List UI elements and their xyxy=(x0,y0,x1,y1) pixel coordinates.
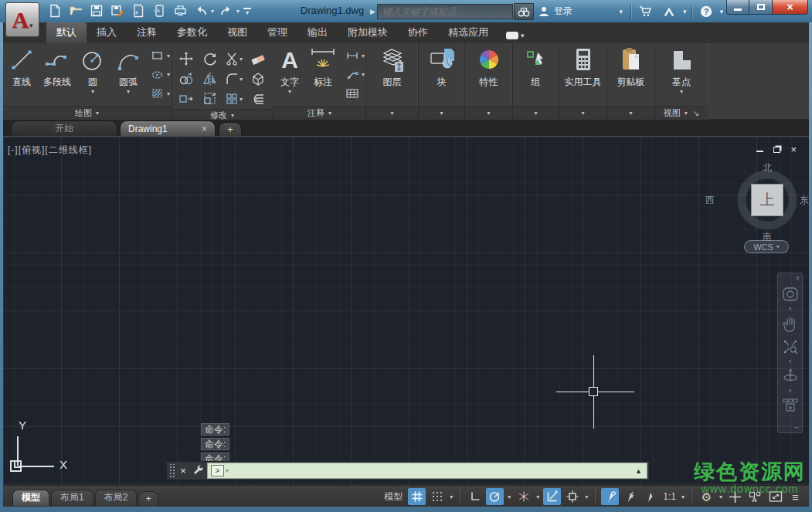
viewcube[interactable]: 上 北 南 西 东 xyxy=(730,163,804,237)
annotation-scale-value[interactable]: 1:1 xyxy=(663,491,676,502)
app-store-button[interactable] xyxy=(636,5,655,18)
panel-title-block[interactable]: ▾ xyxy=(419,106,464,120)
close-button[interactable]: × xyxy=(773,0,808,15)
orbit-button[interactable] xyxy=(782,365,799,388)
viewcube-north-label[interactable]: 北 xyxy=(730,161,804,175)
copy-button[interactable] xyxy=(175,69,199,89)
workspace-switching-button[interactable]: ⚙ xyxy=(698,488,715,505)
move-button[interactable] xyxy=(175,49,199,69)
ribbon-tab-insert[interactable]: 插入 xyxy=(87,22,127,43)
snap-caret-icon[interactable]: ▾ xyxy=(448,493,454,500)
polar-tracking-toggle[interactable] xyxy=(486,488,504,505)
arc-button[interactable]: 圆弧 ▾ xyxy=(110,46,146,106)
navbar-collapse-icon[interactable]: − xyxy=(794,423,799,432)
panel-title-clipboard[interactable]: ▾ xyxy=(607,106,654,120)
layout-tab-layout2[interactable]: 布局2 xyxy=(95,490,138,506)
scale-caret-icon[interactable]: ▾ xyxy=(680,493,686,500)
polyline-button[interactable]: 多段线 xyxy=(39,46,75,106)
ribbon-tab-collaborate[interactable]: 协作 xyxy=(398,22,438,43)
undo-caret-icon[interactable]: ▾ xyxy=(211,8,214,15)
drawing-canvas[interactable]: [-][俯视][二维线框] × 上 北 南 西 东 WCS ▾ × ▾ ▾ ▾ xyxy=(3,137,809,485)
leader-button[interactable]: ▾ xyxy=(345,67,365,83)
line-button[interactable]: 直线 xyxy=(4,46,39,106)
ribbon-tab-manage[interactable]: 管理 xyxy=(257,22,297,43)
showmotion-button[interactable] xyxy=(782,394,799,417)
layout-tab-layout1[interactable]: 布局1 xyxy=(51,490,93,506)
save-button[interactable] xyxy=(88,2,105,19)
help-caret-icon[interactable]: ▾ xyxy=(720,8,724,15)
zoom-caret-icon[interactable]: ▾ xyxy=(789,358,792,365)
plot-button[interactable] xyxy=(130,2,147,19)
pan-button[interactable] xyxy=(783,312,798,335)
ribbon-tab-featured-apps[interactable]: 精选应用 xyxy=(438,22,498,43)
viewcube-east-label[interactable]: 东 xyxy=(800,194,809,207)
file-tab-start[interactable]: 开始 xyxy=(11,120,117,136)
drawing-restore-icon[interactable] xyxy=(773,147,780,153)
file-tab-drawing1[interactable]: Drawing1 × xyxy=(120,120,216,136)
mirror-button[interactable] xyxy=(199,69,223,89)
panel-title-utilities[interactable]: ▾ xyxy=(559,106,606,120)
open-file-button[interactable] xyxy=(67,2,84,19)
qat-customize-button[interactable]: ▾ xyxy=(243,8,251,15)
clean-screen-button[interactable] xyxy=(766,488,784,505)
dimension-button[interactable]: 标注 xyxy=(305,46,341,106)
file-tab-close-icon[interactable]: × xyxy=(202,124,207,134)
ribbon-tab-view[interactable]: 视图 xyxy=(217,22,257,43)
array-button[interactable]: ▾ xyxy=(223,89,246,109)
clipboard-button[interactable]: 剪贴板 xyxy=(609,46,654,106)
maximize-button[interactable] xyxy=(749,0,773,15)
explode-button[interactable] xyxy=(246,69,270,89)
linear-dimension-button[interactable]: ▾ xyxy=(345,48,365,63)
utilities-button[interactable]: 实用工具 xyxy=(561,46,606,106)
viewcube-top-face[interactable]: 上 xyxy=(751,184,783,216)
print-button[interactable] xyxy=(172,2,189,19)
undo-button[interactable] xyxy=(192,2,209,19)
stretch-button[interactable] xyxy=(175,89,199,109)
ribbon-tab-parametric[interactable]: 参数化 xyxy=(167,22,217,43)
group-button[interactable]: 组 xyxy=(515,46,557,106)
ortho-toggle[interactable] xyxy=(466,488,484,505)
isodraft-caret-icon[interactable]: ▾ xyxy=(535,493,541,500)
workspace-caret-icon[interactable]: ▾ xyxy=(718,493,724,500)
exchange-caret-icon[interactable]: ▾ xyxy=(683,8,687,15)
layout-tab-model[interactable]: 模型 xyxy=(12,490,49,506)
basepoint-button[interactable]: 基点 ▾ xyxy=(658,46,705,106)
panel-view-launcher-icon[interactable]: ↘ xyxy=(693,109,699,117)
new-drawing-tab-button[interactable]: + xyxy=(219,122,242,136)
erase-button[interactable] xyxy=(246,49,270,69)
isodraft-toggle[interactable] xyxy=(515,488,532,505)
drawing-minimize-icon[interactable] xyxy=(756,151,763,152)
redo-button[interactable] xyxy=(218,2,235,19)
text-button[interactable]: A 文字 ▾ xyxy=(274,46,305,106)
panel-title-annotate[interactable]: 注释 ▾ xyxy=(273,106,365,120)
trim-button[interactable]: ▾ xyxy=(223,49,246,69)
publish-button[interactable] xyxy=(151,2,168,19)
annotation-autoscale-toggle[interactable] xyxy=(621,488,639,505)
annotation-monitor-button[interactable] xyxy=(726,488,744,505)
model-space-label[interactable]: 模型 xyxy=(384,490,403,504)
command-settings-button[interactable] xyxy=(190,462,206,480)
layers-button[interactable]: 图层 xyxy=(369,46,416,106)
drawing-close-icon[interactable]: × xyxy=(790,144,797,154)
ribbon-tab-annotate[interactable]: 注释 xyxy=(127,22,167,43)
rotate-button[interactable] xyxy=(199,49,223,69)
object-snap-toggle[interactable] xyxy=(563,488,581,505)
search-button[interactable] xyxy=(514,3,534,20)
annotation-visibility-toggle[interactable] xyxy=(601,488,619,505)
object-snap-caret-icon[interactable]: ▾ xyxy=(583,493,589,500)
panel-title-draw[interactable]: 绘图 ▾ xyxy=(3,106,171,120)
ribbon-tab-addins[interactable]: 附加模块 xyxy=(338,22,398,43)
viewport-controls-label[interactable]: [-][俯视][二维线框] xyxy=(8,144,92,157)
wheel-caret-icon[interactable]: ▾ xyxy=(789,306,792,312)
scale-button[interactable] xyxy=(199,89,223,109)
ribbon-tab-output[interactable]: 输出 xyxy=(297,22,338,43)
isolate-objects-button[interactable] xyxy=(746,488,764,505)
application-menu-button[interactable]: A ▾ xyxy=(5,2,39,37)
panel-title-groups[interactable]: ▾ xyxy=(513,106,559,120)
command-expand-icon[interactable]: ▲ xyxy=(635,467,642,475)
autodesk-exchange-button[interactable] xyxy=(660,5,678,18)
wcs-dropdown[interactable]: WCS ▾ xyxy=(744,240,789,253)
search-expand-icon[interactable]: ▶ xyxy=(370,8,375,15)
annotation-scale-button[interactable] xyxy=(641,488,659,505)
save-as-button[interactable] xyxy=(109,2,126,19)
